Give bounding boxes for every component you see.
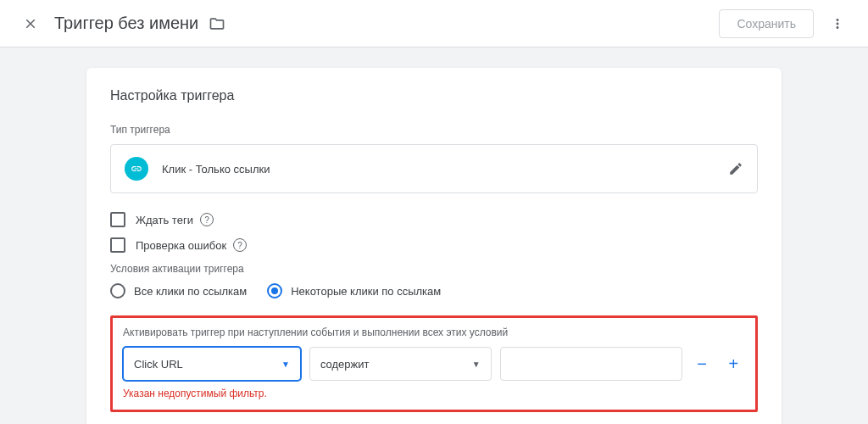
radio-icon bbox=[110, 283, 125, 298]
help-icon[interactable]: ? bbox=[200, 213, 214, 226]
wait-tags-checkbox[interactable] bbox=[110, 212, 125, 227]
edit-icon[interactable] bbox=[728, 161, 743, 176]
variable-value: Click URL bbox=[134, 358, 183, 371]
wait-tags-label: Ждать теги bbox=[136, 214, 193, 226]
check-errors-checkbox[interactable] bbox=[110, 237, 125, 253]
operator-dropdown[interactable]: содержит ▼ bbox=[309, 347, 492, 381]
value-input[interactable] bbox=[500, 347, 682, 381]
remove-condition-button[interactable]: − bbox=[691, 352, 714, 376]
chevron-down-icon: ▼ bbox=[281, 360, 290, 369]
add-condition-button[interactable]: + bbox=[722, 352, 745, 376]
operator-value: содержит bbox=[320, 358, 370, 371]
radio-group: Все клики по ссылкам Некоторые клики по … bbox=[110, 283, 758, 298]
help-icon[interactable]: ? bbox=[233, 238, 247, 252]
radio-icon bbox=[267, 283, 282, 298]
condition-section: Активировать триггер при наступлении соб… bbox=[110, 315, 758, 412]
radio-all-clicks[interactable]: Все клики по ссылкам bbox=[110, 283, 247, 298]
link-icon bbox=[125, 157, 148, 181]
wait-tags-row: Ждать теги ? bbox=[110, 212, 758, 227]
radio-all-label: Все клики по ссылкам bbox=[134, 285, 247, 298]
trigger-type-value: Клик - Только ссылки bbox=[162, 163, 728, 176]
app-header: Триггер без имени Сохранить bbox=[0, 0, 868, 47]
trigger-config-card: Настройка триггера Тип триггера Клик - Т… bbox=[86, 68, 782, 424]
save-button[interactable]: Сохранить bbox=[719, 9, 814, 38]
card-title: Настройка триггера bbox=[110, 88, 758, 103]
chevron-down-icon: ▼ bbox=[472, 360, 481, 369]
radio-some-label: Некоторые клики по ссылкам bbox=[291, 285, 441, 298]
check-errors-label: Проверка ошибок bbox=[136, 239, 226, 252]
variable-dropdown[interactable]: Click URL ▼ bbox=[123, 347, 301, 381]
trigger-type-label: Тип триггера bbox=[110, 124, 758, 136]
folder-icon[interactable] bbox=[209, 15, 225, 32]
trigger-type-selector[interactable]: Клик - Только ссылки bbox=[110, 144, 758, 193]
check-errors-row: Проверка ошибок ? bbox=[110, 237, 758, 253]
page-title: Триггер без имени bbox=[54, 14, 198, 33]
activation-conditions-label: Условия активации триггера bbox=[110, 263, 758, 275]
close-button[interactable] bbox=[14, 7, 47, 41]
more-menu-button[interactable] bbox=[821, 7, 854, 41]
condition-row: Click URL ▼ содержит ▼ − + bbox=[123, 347, 745, 381]
condition-instruction: Активировать триггер при наступлении соб… bbox=[123, 326, 745, 338]
error-message: Указан недопустимый фильтр. bbox=[123, 388, 745, 399]
radio-some-clicks[interactable]: Некоторые клики по ссылкам bbox=[267, 283, 441, 298]
